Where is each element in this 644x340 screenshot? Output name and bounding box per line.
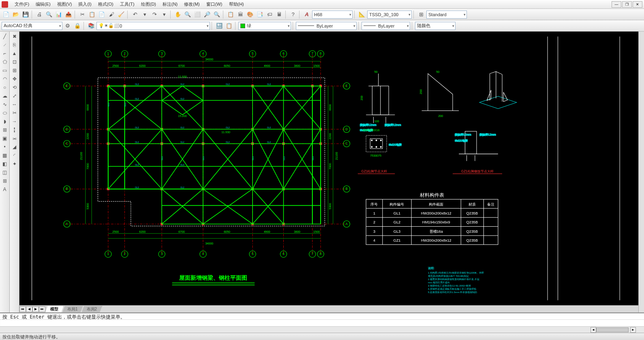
offset-icon[interactable]: ⊡ <box>11 58 19 66</box>
props-icon[interactable]: 📋 <box>226 10 235 19</box>
menu-modify[interactable]: 修改(M) <box>181 0 203 8</box>
ellipse-icon[interactable]: ⬭ <box>1 109 9 117</box>
mtext-icon[interactable]: A <box>1 185 9 193</box>
match-icon[interactable]: 🖌 <box>107 10 116 19</box>
new-icon[interactable]: 📄 <box>2 10 11 19</box>
menu-tools[interactable]: 工具(T) <box>117 0 138 8</box>
plot-icon[interactable]: 📊 <box>54 10 63 19</box>
table-style-dropdown[interactable]: Standard <box>426 11 467 19</box>
publish-icon[interactable]: 📤 <box>64 10 73 19</box>
workspace-lock-icon[interactable]: 🔒 <box>73 21 82 30</box>
open-icon[interactable]: 📂 <box>11 10 20 19</box>
command-input[interactable] <box>1 320 643 326</box>
circle-icon[interactable]: ○ <box>1 83 9 91</box>
eraser-icon[interactable]: 🧹 <box>117 10 126 19</box>
explode-icon[interactable]: ✦ <box>11 160 19 168</box>
linetype-dropdown[interactable]: ByLayer <box>296 22 357 30</box>
extend-icon[interactable]: → <box>11 117 19 125</box>
move-icon[interactable]: ✥ <box>11 75 19 83</box>
polygon-icon[interactable]: ⬠ <box>1 58 9 66</box>
tab-model[interactable]: 模型 <box>45 306 64 312</box>
help-icon[interactable]: ? <box>289 10 297 19</box>
insert-icon[interactable]: ⊞ <box>1 126 9 134</box>
tab-layout1[interactable]: 布局1 <box>62 306 83 312</box>
hatch-icon[interactable]: ▦ <box>1 151 9 159</box>
zoom-ext-icon[interactable]: 🔎 <box>203 10 212 19</box>
layer-props-icon[interactable]: 📚 <box>87 21 96 30</box>
sheet-last-icon[interactable]: ⏭ <box>39 306 45 312</box>
zoom-window-icon[interactable]: ⬜ <box>193 10 202 19</box>
dim-style-dropdown[interactable]: TSSD_30_100 <box>367 11 412 19</box>
erase-icon[interactable]: ✖ <box>11 32 19 40</box>
minimize-button[interactable]: — <box>612 1 621 8</box>
right-scroll[interactable] <box>638 32 644 312</box>
zoom-prev-icon[interactable]: 🔍 <box>183 10 192 19</box>
menu-help[interactable]: 帮助(H) <box>226 0 247 8</box>
table-icon[interactable]: ⊞ <box>1 177 9 185</box>
scale-icon[interactable]: ⤢ <box>11 92 19 100</box>
ellipse-arc-icon[interactable]: ◗ <box>1 117 9 125</box>
menu-format[interactable]: 格式(O) <box>95 0 117 8</box>
redo-drop-icon[interactable]: ▾ <box>160 10 169 19</box>
color-dropdown[interactable]: 绿 <box>238 22 291 30</box>
workspace-settings-icon[interactable]: ⚙ <box>63 21 72 30</box>
menu-dimension[interactable]: 标注(N) <box>159 0 181 8</box>
menu-edit[interactable]: 编辑(E) <box>32 0 54 8</box>
mirror-icon[interactable]: ▲ <box>11 49 19 57</box>
drawing-canvas[interactable]: 1 2 3 4 5 6 7 8 1 2 3 4 <box>19 32 638 305</box>
xline-icon[interactable]: ⟋ <box>1 41 9 49</box>
dim-style-icon[interactable]: 📐 <box>357 10 366 19</box>
rect-icon[interactable]: ▭ <box>1 66 9 74</box>
join-icon[interactable]: ⫘ <box>11 134 19 142</box>
menu-draw[interactable]: 绘图(D) <box>138 0 159 8</box>
plotstyle-dropdown[interactable]: 随颜色 <box>415 22 456 30</box>
undo-icon[interactable]: ↶ <box>131 10 139 19</box>
region-icon[interactable]: ◫ <box>1 168 9 176</box>
block-icon[interactable]: ▣ <box>1 134 9 142</box>
text-style-dropdown[interactable]: H68 <box>312 11 353 19</box>
sheet-next-icon[interactable]: ▶ <box>32 306 39 312</box>
copy-mod-icon[interactable]: ⎘ <box>11 41 19 49</box>
preview-icon[interactable]: 🔍 <box>45 10 53 19</box>
sheet-first-icon[interactable]: ⏮ <box>19 306 26 312</box>
zoom-rt-icon[interactable]: 🔍 <box>212 10 221 19</box>
sheet-set-icon[interactable]: 📑 <box>255 10 264 19</box>
menu-file[interactable]: 文件(F) <box>11 0 32 8</box>
workspace-dropdown[interactable]: AutoCAD 经典 <box>2 22 62 30</box>
revcloud-icon[interactable]: ☁ <box>1 92 9 100</box>
paste-icon[interactable]: 📄 <box>97 10 106 19</box>
menu-insert[interactable]: 插入(I) <box>75 0 94 8</box>
rotate-icon[interactable]: ⟲ <box>11 83 19 91</box>
tool-palette-icon[interactable]: 🎨 <box>246 10 255 19</box>
menu-view[interactable]: 视图(V) <box>54 0 75 8</box>
layer-states-icon[interactable]: 📋 <box>225 21 233 30</box>
table-style-icon[interactable]: ⊞ <box>417 10 426 19</box>
chamfer-icon[interactable]: ◢ <box>11 143 19 151</box>
lineweight-dropdown[interactable]: ByLayer <box>362 22 410 30</box>
redo-icon[interactable]: ↷ <box>150 10 159 19</box>
line-icon[interactable]: ╱ <box>1 32 9 40</box>
array-icon[interactable]: ⊞ <box>11 66 19 74</box>
pline-icon[interactable]: ⌐ <box>1 49 9 57</box>
markup-icon[interactable]: 🏷 <box>265 10 274 19</box>
fillet-icon[interactable]: ◜ <box>11 151 19 159</box>
layer-prev-icon[interactable]: 🔙 <box>215 21 224 30</box>
close-button[interactable]: ✕ <box>633 1 642 8</box>
copy-icon[interactable]: 📋 <box>88 10 96 19</box>
h-scrollbar[interactable]: ◀ ▶ <box>0 326 644 333</box>
scroll-right-icon[interactable]: ▶ <box>630 327 636 333</box>
design-center-icon[interactable]: 🏛 <box>236 10 245 19</box>
undo-drop-icon[interactable]: ▾ <box>140 10 149 19</box>
tab-layout2[interactable]: 布局2 <box>82 306 103 312</box>
restore-button[interactable]: ❐ <box>622 1 632 8</box>
cut-icon[interactable]: ✂ <box>78 10 87 19</box>
save-icon[interactable]: 💾 <box>21 10 30 19</box>
trim-icon[interactable]: ✂ <box>11 109 19 117</box>
menu-window[interactable]: 窗口(W) <box>203 0 226 8</box>
text-style-icon[interactable]: A <box>302 10 311 19</box>
break-icon[interactable]: ╏ <box>11 126 19 134</box>
stretch-icon[interactable]: ↔ <box>11 100 19 108</box>
pan-icon[interactable]: ✋ <box>173 10 182 19</box>
point-icon[interactable]: • <box>1 143 9 151</box>
scroll-thumb[interactable] <box>596 327 629 332</box>
